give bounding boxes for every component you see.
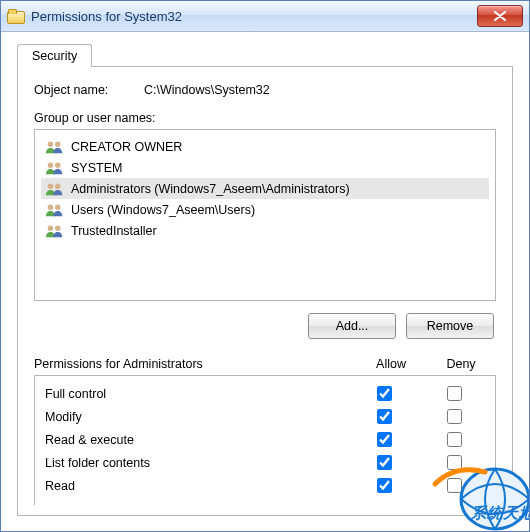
tab-panel-security: Object name: C:\Windows\System32 Group o… [17, 67, 513, 516]
deny-column-header: Deny [426, 357, 496, 371]
svg-point-2 [48, 162, 53, 167]
remove-button[interactable]: Remove [406, 313, 494, 339]
folder-icon [7, 9, 23, 23]
deny-checkbox-list-folder[interactable] [447, 455, 462, 470]
list-item[interactable]: Users (Windows7_Aseem\Users) [41, 199, 489, 220]
permission-name: List folder contents [45, 456, 349, 470]
users-icon [45, 139, 65, 155]
group-users-label: Group or user names: [34, 111, 496, 125]
permission-row: Modify [45, 405, 489, 428]
object-name-label: Object name: [34, 83, 144, 97]
list-button-row: Add... Remove [34, 313, 494, 339]
group-users-list[interactable]: CREATOR OWNER SYSTEM Administrators (Win… [34, 129, 496, 301]
permissions-header: Permissions for Administrators Allow Den… [34, 357, 496, 371]
svg-point-5 [55, 183, 60, 188]
allow-checkbox-full-control[interactable] [377, 386, 392, 401]
allow-checkbox-modify[interactable] [377, 409, 392, 424]
deny-checkbox-read[interactable] [447, 478, 462, 493]
users-icon [45, 202, 65, 218]
permission-name: Full control [45, 387, 349, 401]
permissions-label: Permissions for Administrators [34, 357, 356, 371]
tab-security-label: Security [32, 49, 77, 63]
permission-row: List folder contents [45, 451, 489, 474]
svg-point-8 [48, 225, 53, 230]
svg-point-0 [48, 141, 53, 146]
list-item-label: Administrators (Windows7_Aseem\Administr… [71, 182, 350, 196]
svg-point-7 [55, 204, 60, 209]
users-icon [45, 181, 65, 197]
add-button[interactable]: Add... [308, 313, 396, 339]
list-item[interactable]: CREATOR OWNER [41, 136, 489, 157]
users-icon [45, 160, 65, 176]
list-item[interactable]: TrustedInstaller [41, 220, 489, 241]
svg-point-4 [48, 183, 53, 188]
dialog-body: Security Object name: C:\Windows\System3… [1, 32, 529, 531]
tab-security[interactable]: Security [17, 44, 92, 67]
list-item-label: CREATOR OWNER [71, 140, 182, 154]
allow-checkbox-read-execute[interactable] [377, 432, 392, 447]
allow-checkbox-list-folder[interactable] [377, 455, 392, 470]
deny-checkbox-read-execute[interactable] [447, 432, 462, 447]
svg-point-9 [55, 225, 60, 230]
list-item-label: TrustedInstaller [71, 224, 157, 238]
object-name-value: C:\Windows\System32 [144, 83, 270, 97]
permission-name: Read & execute [45, 433, 349, 447]
object-name-row: Object name: C:\Windows\System32 [34, 83, 496, 97]
allow-checkbox-read[interactable] [377, 478, 392, 493]
permissions-dialog: Permissions for System32 Security Object… [0, 0, 530, 532]
tab-strip: Security [17, 42, 513, 67]
permission-row: Read & execute [45, 428, 489, 451]
list-item[interactable]: SYSTEM [41, 157, 489, 178]
permissions-list: Full control Modify Read & execute List … [34, 375, 496, 505]
close-icon [494, 11, 506, 21]
allow-column-header: Allow [356, 357, 426, 371]
permission-row: Full control [45, 382, 489, 405]
window-title: Permissions for System32 [31, 9, 477, 24]
list-item[interactable]: Administrators (Windows7_Aseem\Administr… [41, 178, 489, 199]
svg-point-6 [48, 204, 53, 209]
list-item-label: SYSTEM [71, 161, 122, 175]
list-item-label: Users (Windows7_Aseem\Users) [71, 203, 255, 217]
permission-name: Modify [45, 410, 349, 424]
users-icon [45, 223, 65, 239]
svg-point-3 [55, 162, 60, 167]
deny-checkbox-modify[interactable] [447, 409, 462, 424]
svg-point-1 [55, 141, 60, 146]
deny-checkbox-full-control[interactable] [447, 386, 462, 401]
permission-row: Read [45, 474, 489, 497]
titlebar: Permissions for System32 [1, 1, 529, 32]
permission-name: Read [45, 479, 349, 493]
close-button[interactable] [477, 5, 523, 27]
